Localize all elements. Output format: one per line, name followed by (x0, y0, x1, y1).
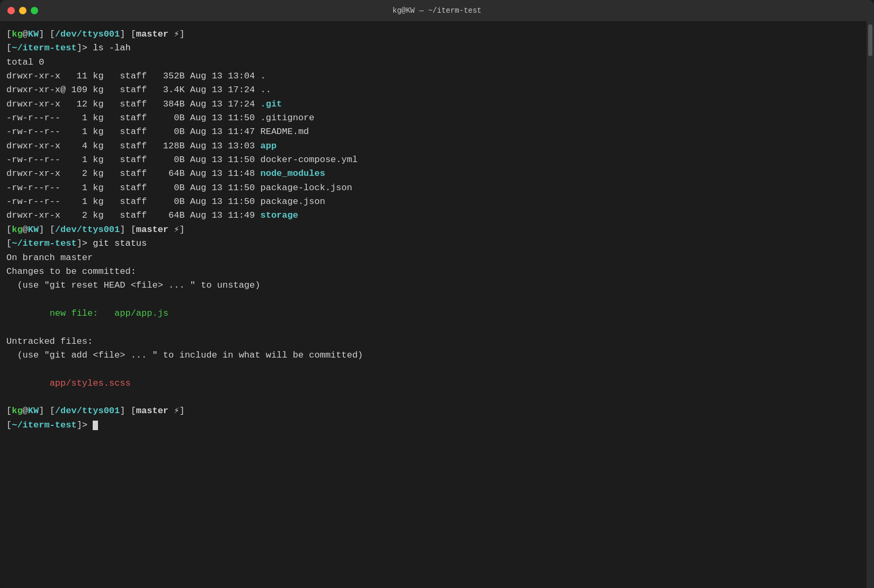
git-blank-4 (6, 390, 863, 404)
prompt-line-2: [kg@KW] [/dev/ttys001] [master ⚡] (6, 223, 863, 237)
git-untracked-file: app/styles.scss (6, 377, 863, 390)
ls-row-docker: -rw-r--r-- 1 kg staff 0B Aug 13 11:50 do… (6, 153, 863, 167)
git-changes-hint: (use "git reset HEAD <file> ... " to uns… (6, 279, 863, 292)
git-blank-3 (6, 362, 863, 376)
ls-row-git: drwxr-xr-x 12 kg staff 384B Aug 13 17:24… (6, 97, 863, 111)
ls-total: total 0 (6, 56, 863, 69)
terminal-body[interactable]: [kg@KW] [/dev/ttys001] [master ⚡] [~/ite… (0, 21, 874, 588)
minimize-button[interactable] (19, 7, 26, 14)
ls-row-pkglock: -rw-r--r-- 1 kg staff 0B Aug 13 11:50 pa… (6, 181, 863, 195)
maximize-button[interactable] (31, 7, 38, 14)
ls-row-node: drwxr-xr-x 2 kg staff 64B Aug 13 11:48 n… (6, 167, 863, 181)
ls-row-app: drwxr-xr-x 4 kg staff 128B Aug 13 13:03 … (6, 139, 863, 153)
git-branch-line: On branch master (6, 251, 863, 265)
window-title: kg@KW — ~/iterm-test (393, 6, 481, 15)
git-staged-file: new file: app/app.js (6, 307, 863, 320)
prompt-cmd-1: [~/iterm-test]> ls -lah (6, 41, 863, 55)
ls-row-readme: -rw-r--r-- 1 kg staff 0B Aug 13 11:47 RE… (6, 125, 863, 139)
git-blank-2 (6, 320, 863, 334)
terminal-window: kg@KW — ~/iterm-test [kg@KW] [/dev/ttys0… (0, 0, 874, 588)
window-controls (7, 7, 38, 14)
git-untracked-header: Untracked files: (6, 335, 863, 349)
git-untracked-hint: (use "git add <file> ... " to include in… (6, 349, 863, 362)
ls-row-0: drwxr-xr-x 11 kg staff 352B Aug 13 13:04… (6, 69, 863, 83)
git-changes-header: Changes to be committed: (6, 265, 863, 279)
ls-row-gitignore: -rw-r--r-- 1 kg staff 0B Aug 13 11:50 .g… (6, 111, 863, 125)
git-blank-1 (6, 293, 863, 307)
title-bar: kg@KW — ~/iterm-test (0, 0, 874, 21)
prompt-cmd-2: [~/iterm-test]> git status (6, 237, 863, 251)
prompt-cmd-3: [~/iterm-test]> (6, 418, 863, 432)
ls-row-pkg: -rw-r--r-- 1 kg staff 0B Aug 13 11:50 pa… (6, 195, 863, 209)
ls-row-1: drwxr-xr-x@ 109 kg staff 3.4K Aug 13 17:… (6, 83, 863, 97)
close-button[interactable] (7, 7, 15, 14)
ls-row-storage: drwxr-xr-x 2 kg staff 64B Aug 13 11:49 s… (6, 209, 863, 222)
prompt-line-1: [kg@KW] [/dev/ttys001] [master ⚡] (6, 28, 863, 41)
cursor (93, 421, 98, 430)
prompt-line-3: [kg@KW] [/dev/ttys001] [master ⚡] (6, 404, 863, 418)
scrollbar-thumb[interactable] (868, 24, 872, 56)
scrollbar[interactable] (867, 21, 874, 588)
